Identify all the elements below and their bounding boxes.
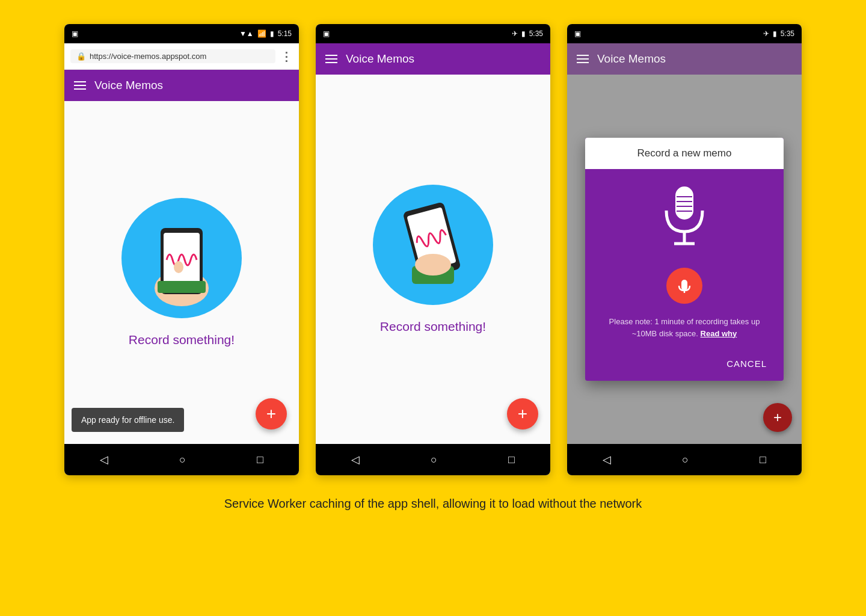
recent-button-3[interactable]: □ — [748, 449, 778, 471]
phone-1: ▣ ▼▲ 📶 ▮ 5:15 🔒 https://voice-memos.apps… — [64, 24, 299, 475]
phone1-notification-icon: ▣ — [72, 29, 78, 38]
lock-icon: 🔒 — [76, 52, 86, 61]
phone3-airplane-icon: ✈ — [763, 29, 769, 38]
app-title-3: Voice Memos — [597, 52, 666, 66]
svg-point-8 — [415, 254, 451, 276]
phones-container: ▣ ▼▲ 📶 ▮ 5:15 🔒 https://voice-memos.apps… — [64, 24, 802, 475]
mic-illustration — [657, 183, 711, 256]
phone1-battery-icon: ▮ — [270, 29, 274, 38]
svg-rect-2 — [164, 233, 200, 287]
svg-rect-4 — [158, 281, 206, 293]
phone2-svg — [388, 194, 478, 296]
fab-1-icon: + — [266, 405, 276, 422]
home-button-3[interactable]: ○ — [670, 449, 701, 471]
back-button-3[interactable]: ◁ — [591, 448, 623, 471]
hamburger-icon-1[interactable] — [74, 81, 86, 90]
phone1-wifi-icon: ▼▲ — [239, 29, 254, 38]
svg-rect-16 — [681, 280, 687, 291]
phone2-battery-icon: ▮ — [521, 29, 526, 38]
phone2-content: Record something! + — [316, 75, 550, 444]
recent-button-2[interactable]: □ — [496, 449, 527, 471]
hamburger-icon-3 — [577, 55, 589, 63]
phone3-notification-icon: ▣ — [574, 29, 581, 38]
phone2-airplane-icon: ✈ — [512, 29, 518, 38]
back-button-2[interactable]: ◁ — [339, 448, 372, 471]
app-bar-3: Voice Memos — [567, 43, 802, 75]
record-text-2: Record something! — [380, 319, 486, 334]
nav-bar-2: ◁ ○ □ — [316, 444, 550, 475]
dialog-body: Please note: 1 minute of recording takes… — [585, 169, 784, 349]
status-bar-2: ▣ ✈ ▮ 5:35 — [316, 24, 550, 43]
record-button[interactable] — [666, 268, 702, 304]
phone1-signal-icon: 📶 — [257, 29, 266, 38]
app-title-2: Voice Memos — [346, 52, 414, 66]
phone3-time: 5:35 — [781, 29, 794, 38]
app-title-1: Voice Memos — [94, 79, 163, 92]
phone2-illustration — [373, 185, 493, 305]
fab-1[interactable]: + — [256, 398, 287, 430]
fab-2-icon: + — [518, 405, 527, 422]
nav-bar-1: ◁ ○ □ — [64, 444, 299, 475]
svg-rect-9 — [675, 186, 693, 220]
record-dialog: Record a new memo — [585, 138, 784, 381]
fab-3-icon: + — [773, 409, 782, 426]
cancel-button[interactable]: CANCEL — [719, 354, 774, 374]
home-button-1[interactable]: ○ — [167, 449, 198, 471]
app-bar-2: Voice Memos — [316, 43, 550, 75]
phone1-content: Record something! App ready for offline … — [64, 101, 299, 444]
dialog-note: Please note: 1 minute of recording takes… — [597, 316, 772, 339]
browser-bar: 🔒 https://voice-memos.appspot.com ⋮ — [64, 43, 299, 70]
app-bar-1: Voice Memos — [64, 70, 299, 101]
url-text: https://voice-memos.appspot.com — [90, 52, 206, 61]
snackbar-1: App ready for offline use. — [72, 408, 184, 432]
fab-2[interactable]: + — [507, 398, 538, 430]
phone1-illustration — [121, 198, 242, 318]
dialog-actions: CANCEL — [585, 349, 784, 381]
hamburger-icon-2[interactable] — [325, 55, 337, 63]
read-why-link[interactable]: Read why — [701, 329, 737, 338]
page-caption: Service Worker caching of the app shell,… — [224, 494, 642, 513]
status-bar-3: ▣ ✈ ▮ 5:35 — [567, 24, 802, 43]
svg-point-3 — [174, 261, 183, 273]
snackbar-text: App ready for offline use. — [81, 415, 174, 425]
url-bar[interactable]: 🔒 https://voice-memos.appspot.com — [70, 49, 275, 63]
home-button-2[interactable]: ○ — [419, 449, 449, 471]
fab-3[interactable]: + — [763, 403, 792, 432]
dialog-title: Record a new memo — [585, 138, 784, 169]
phone2-notification-icon: ▣ — [323, 29, 330, 38]
phone-2: ▣ ✈ ▮ 5:35 Voice Memos — [316, 24, 550, 475]
dialog-note-text: Please note: 1 minute of recording takes… — [609, 317, 760, 338]
phone3-battery-icon: ▮ — [773, 29, 777, 38]
phone-3: ▣ ✈ ▮ 5:35 Voice Memos Record a new memo — [567, 24, 802, 475]
phone1-time: 5:15 — [278, 29, 292, 38]
mic-svg — [657, 183, 711, 256]
phone1-svg — [140, 210, 224, 306]
mic-btn-icon — [676, 277, 693, 294]
recent-button-1[interactable]: □ — [245, 449, 275, 471]
phone2-time: 5:35 — [529, 29, 543, 38]
browser-menu-icon[interactable]: ⋮ — [280, 49, 293, 64]
phone3-content: Record a new memo — [567, 75, 802, 444]
nav-bar-3: ◁ ○ □ — [567, 444, 802, 475]
record-text-1: Record something! — [129, 333, 235, 347]
status-bar-1: ▣ ▼▲ 📶 ▮ 5:15 — [64, 24, 299, 43]
back-button-1[interactable]: ◁ — [88, 448, 120, 471]
